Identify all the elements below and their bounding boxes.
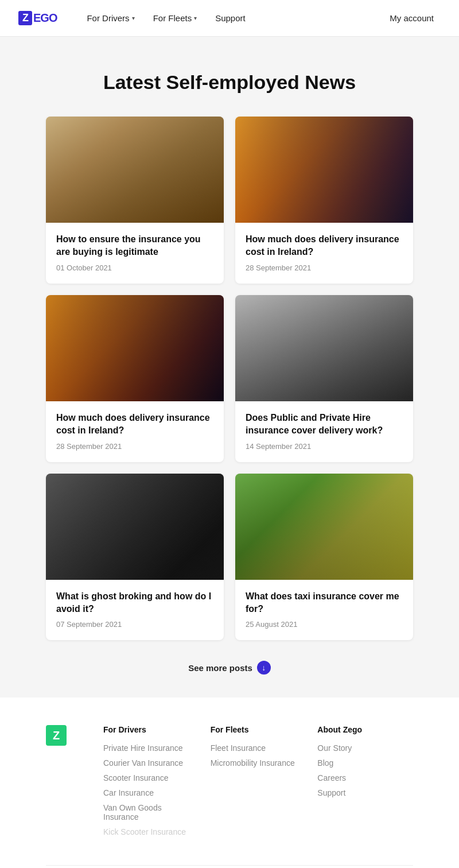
card-body: How much does delivery insurance cost in… [46, 401, 224, 462]
nav-item-drivers[interactable]: For Drivers ▾ [80, 9, 141, 28]
footer-link-careers[interactable]: Careers [317, 773, 413, 782]
card-body: What is ghost broking and how do I avoid… [46, 580, 224, 641]
see-more-label: See more posts [188, 663, 252, 673]
card-image [46, 474, 224, 580]
card-title: How much does delivery insurance cost in… [246, 233, 403, 259]
footer-link-blog[interactable]: Blog [317, 758, 413, 768]
card-image [235, 117, 413, 223]
footer-col-fleets: For Fleets Fleet Insurance Micromobility… [211, 725, 306, 842]
footer-link-kick-scooter[interactable]: Kick Scooter Insurance [103, 827, 199, 836]
footer-link-micromobility[interactable]: Micromobility Insurance [211, 758, 306, 768]
see-more-button[interactable]: See more posts ↓ [46, 661, 413, 675]
page-title: Latest Self-employed News [46, 71, 413, 94]
article-card[interactable]: Does Public and Private Hire insurance c… [235, 295, 413, 462]
footer-col-about: About Zego Our Story Blog Careers Suppor… [317, 725, 413, 842]
logo[interactable]: ZEGO [18, 11, 57, 25]
article-card[interactable]: How to ensure the insurance you are buyi… [46, 117, 224, 284]
card-image [235, 474, 413, 580]
article-card[interactable]: What does taxi insurance cover me for? 2… [235, 474, 413, 641]
footer-link-fleet[interactable]: Fleet Insurance [211, 743, 306, 753]
nav-links: For Drivers ▾ For Fleets ▾ Support My ac… [80, 9, 441, 28]
card-date: 01 October 2021 [56, 264, 213, 272]
chevron-down-icon: ▾ [194, 15, 197, 21]
navbar: ZEGO For Drivers ▾ For Fleets ▾ Support … [0, 0, 459, 37]
main-content: Latest Self-employed News How to ensure … [0, 37, 459, 698]
footer-bottom-bar: 🇬🇧 United Kingdom ▾ Facebook Twitter Ins… [46, 865, 413, 868]
card-body: What does taxi insurance cover me for? 2… [235, 580, 413, 641]
footer-col-drivers: For Drivers Private Hire Insurance Couri… [103, 725, 199, 842]
card-date: 07 September 2021 [56, 620, 213, 629]
article-card[interactable]: What is ghost broking and how do I avoid… [46, 474, 224, 641]
footer-link-scooter[interactable]: Scooter Insurance [103, 773, 199, 782]
nav-drivers-label: For Drivers [87, 13, 129, 23]
article-card[interactable]: How much does delivery insurance cost in… [46, 295, 224, 462]
footer-logo-col: Z [46, 725, 92, 842]
footer-link-courier-van[interactable]: Courier Van Insurance [103, 758, 199, 768]
card-title: What does taxi insurance cover me for? [246, 590, 403, 616]
nav-support-label: Support [215, 13, 246, 23]
card-body: How much does delivery insurance cost in… [235, 223, 413, 284]
card-title: How much does delivery insurance cost in… [56, 412, 213, 437]
card-body: How to ensure the insurance you are buyi… [46, 223, 224, 284]
nav-item-support[interactable]: Support [208, 9, 252, 28]
card-title: What is ghost broking and how do I avoid… [56, 590, 213, 616]
card-date: 28 September 2021 [246, 264, 403, 272]
logo-rest: EGO [33, 11, 57, 25]
card-body: Does Public and Private Hire insurance c… [235, 401, 413, 462]
footer: Z For Drivers Private Hire Insurance Cou… [0, 698, 459, 868]
footer-link-support[interactable]: Support [317, 788, 413, 797]
logo-z-letter: Z [18, 11, 32, 25]
card-date: 25 August 2021 [246, 620, 403, 629]
footer-drivers-title: For Drivers [103, 725, 199, 734]
card-date: 14 September 2021 [246, 442, 403, 451]
card-image [235, 295, 413, 401]
card-date: 28 September 2021 [56, 442, 213, 451]
cards-grid: How to ensure the insurance you are buyi… [46, 117, 413, 640]
nav-item-fleets[interactable]: For Fleets ▾ [146, 9, 204, 28]
footer-fleets-title: For Fleets [211, 725, 306, 734]
footer-about-title: About Zego [317, 725, 413, 734]
chevron-down-icon: ▾ [132, 15, 135, 21]
card-title: Does Public and Private Hire insurance c… [246, 412, 403, 437]
card-image [46, 117, 224, 223]
footer-link-private-hire[interactable]: Private Hire Insurance [103, 743, 199, 753]
nav-fleets-label: For Fleets [153, 13, 192, 23]
card-image [46, 295, 224, 401]
nav-account-label: My account [390, 13, 434, 23]
footer-top: Z For Drivers Private Hire Insurance Cou… [46, 725, 413, 865]
nav-item-account[interactable]: My account [383, 9, 441, 28]
footer-logo[interactable]: Z [46, 725, 67, 746]
article-card[interactable]: How much does delivery insurance cost in… [235, 117, 413, 284]
footer-link-car[interactable]: Car Insurance [103, 788, 199, 797]
arrow-down-icon: ↓ [257, 661, 271, 675]
footer-link-van-own-goods[interactable]: Van Own Goods Insurance [103, 803, 199, 822]
footer-link-our-story[interactable]: Our Story [317, 743, 413, 753]
card-title: How to ensure the insurance you are buyi… [56, 233, 213, 259]
